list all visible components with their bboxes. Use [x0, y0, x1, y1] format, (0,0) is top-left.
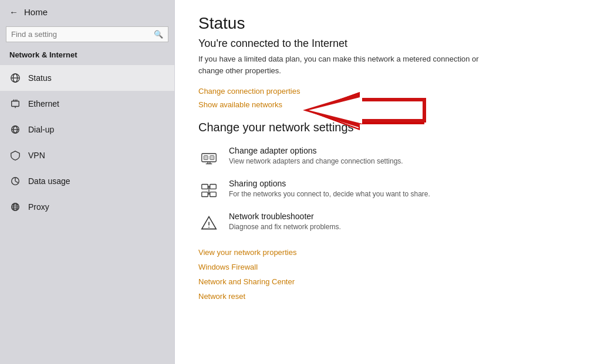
settings-list: Change adapter options View network adap… [198, 146, 578, 234]
sidebar-item-status[interactable]: Status [0, 65, 174, 91]
svg-rect-31 [210, 192, 217, 197]
sidebar-item-ethernet[interactable]: Ethernet [0, 91, 174, 117]
sidebar-item-proxy[interactable]: Proxy [0, 194, 174, 220]
connected-desc: If you have a limited data plan, you can… [198, 53, 480, 76]
ethernet-nav-icon [9, 98, 21, 110]
search-icon: 🔍 [154, 30, 163, 39]
bottom-links: View your network properties Windows Fir… [198, 248, 578, 301]
adapter-title: Change adapter options [229, 146, 403, 155]
sidebar-item-dialup-label: Dial-up [28, 125, 54, 134]
svg-rect-3 [12, 101, 19, 107]
setting-troubleshoot[interactable]: Network troubleshooter Diagnose and fix … [198, 212, 578, 234]
search-box[interactable]: 🔍 [6, 26, 168, 42]
adapter-icon [198, 147, 220, 168]
vpn-nav-icon [9, 149, 21, 161]
sidebar-item-datausage-label: Data usage [28, 176, 70, 186]
bottom-link-sharing-center[interactable]: Network and Sharing Center [198, 277, 578, 286]
bottom-link-firewall[interactable]: Windows Firewall [198, 263, 578, 271]
svg-point-37 [208, 227, 210, 228]
troubleshoot-desc: Diagnose and fix network problems. [229, 222, 341, 232]
sidebar-home-button[interactable]: ← Home [0, 0, 174, 24]
sharing-icon [198, 180, 220, 201]
svg-rect-29 [210, 185, 217, 189]
datausage-nav-icon [9, 175, 21, 187]
svg-rect-24 [210, 156, 214, 160]
search-input[interactable] [11, 30, 154, 39]
svg-rect-28 [202, 185, 208, 189]
setting-adapter[interactable]: Change adapter options View network adap… [198, 146, 578, 168]
sidebar-item-ethernet-label: Ethernet [28, 99, 59, 108]
sidebar-section-title: Network & Internet [0, 47, 174, 65]
dialup-nav-icon [9, 124, 21, 135]
show-networks-row: Show available networks [198, 100, 578, 109]
main-content: Status You're connected to the Internet … [175, 0, 601, 364]
troubleshoot-icon [198, 213, 220, 234]
troubleshoot-text: Network troubleshooter Diagnose and fix … [229, 212, 341, 232]
home-label: Home [24, 7, 48, 17]
sidebar-nav: Status Ethernet [0, 65, 174, 220]
status-nav-icon [9, 72, 21, 84]
arrow-annotation [307, 92, 436, 130]
page-title: Status [198, 14, 578, 33]
sidebar-item-datausage[interactable]: Data usage [0, 168, 174, 194]
home-icon: ← [9, 7, 18, 17]
svg-rect-23 [204, 156, 208, 160]
sharing-text: Sharing options For the networks you con… [229, 179, 430, 199]
adapter-desc: View network adapters and change connect… [229, 157, 403, 166]
troubleshoot-title: Network troubleshooter [229, 212, 341, 221]
connected-heading: You're connected to the Internet [198, 38, 578, 50]
sidebar-item-proxy-label: Proxy [28, 202, 49, 212]
proxy-nav-icon [9, 201, 21, 213]
sharing-title: Sharing options [229, 179, 430, 188]
bottom-link-reset[interactable]: Network reset [198, 292, 578, 301]
adapter-text: Change adapter options View network adap… [229, 146, 403, 166]
sidebar-item-dialup[interactable]: Dial-up [0, 117, 174, 142]
show-networks-link[interactable]: Show available networks [198, 100, 282, 109]
svg-rect-30 [202, 192, 208, 197]
bottom-link-network-props[interactable]: View your network properties [198, 248, 578, 257]
sidebar-item-vpn[interactable]: VPN [0, 142, 174, 168]
sharing-desc: For the networks you connect to, decide … [229, 189, 430, 199]
sidebar-item-status-label: Status [28, 73, 52, 83]
sidebar: ← Home 🔍 Network & Internet Status [0, 0, 175, 364]
setting-sharing[interactable]: Sharing options For the networks you con… [198, 179, 578, 201]
sidebar-item-vpn-label: VPN [28, 151, 45, 160]
